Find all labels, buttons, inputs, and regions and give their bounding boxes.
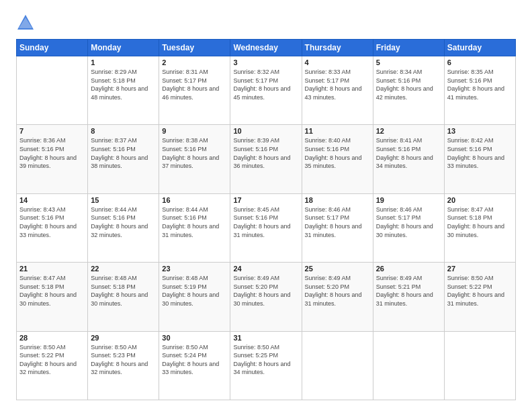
calendar-cell [373,331,444,400]
calendar-cell: 29Sunrise: 8:50 AMSunset: 5:23 PMDayligh… [88,331,159,400]
calendar-cell: 19Sunrise: 8:46 AMSunset: 5:17 PMDayligh… [373,193,444,262]
day-info: Sunrise: 8:47 AMSunset: 5:18 PMDaylight:… [19,274,85,308]
day-number: 29 [91,334,156,342]
calendar-cell [302,331,373,400]
calendar-header-wednesday: Wednesday [230,40,302,56]
calendar-cell: 25Sunrise: 8:49 AMSunset: 5:20 PMDayligh… [302,263,373,331]
calendar-cell: 15Sunrise: 8:44 AMSunset: 5:16 PMDayligh… [88,193,159,262]
day-number: 13 [447,127,513,135]
day-info: Sunrise: 8:37 AMSunset: 5:16 PMDaylight:… [91,136,156,170]
day-number: 14 [19,196,85,204]
calendar-header-saturday: Saturday [444,40,515,56]
calendar-cell: 21Sunrise: 8:47 AMSunset: 5:18 PMDayligh… [17,263,88,331]
day-info: Sunrise: 8:50 AMSunset: 5:22 PMDaylight:… [447,274,513,308]
day-number: 16 [162,196,227,204]
day-number: 24 [233,265,298,273]
day-number: 4 [305,58,370,66]
calendar-cell: 8Sunrise: 8:37 AMSunset: 5:16 PMDaylight… [88,125,159,193]
calendar-cell: 11Sunrise: 8:40 AMSunset: 5:16 PMDayligh… [302,125,373,193]
page: SundayMondayTuesdayWednesdayThursdayFrid… [0,0,532,411]
calendar-cell: 14Sunrise: 8:43 AMSunset: 5:16 PMDayligh… [17,193,88,262]
day-info: Sunrise: 8:50 AMSunset: 5:25 PMDaylight:… [233,343,298,377]
calendar-cell: 1Sunrise: 8:29 AMSunset: 5:18 PMDaylight… [88,56,159,125]
day-info: Sunrise: 8:32 AMSunset: 5:17 PMDaylight:… [233,68,298,101]
day-number: 25 [305,265,370,273]
day-number: 27 [447,265,513,273]
calendar-cell: 22Sunrise: 8:48 AMSunset: 5:18 PMDayligh… [88,263,159,331]
calendar-cell: 2Sunrise: 8:31 AMSunset: 5:17 PMDaylight… [159,56,230,125]
day-info: Sunrise: 8:35 AMSunset: 5:16 PMDaylight:… [447,68,513,101]
day-number: 9 [162,127,227,135]
calendar-header-sunday: Sunday [17,40,88,56]
day-number: 1 [91,58,156,66]
logo [16,13,38,32]
day-info: Sunrise: 8:50 AMSunset: 5:23 PMDaylight:… [91,343,156,377]
day-number: 8 [91,127,156,135]
day-info: Sunrise: 8:48 AMSunset: 5:19 PMDaylight:… [162,274,227,308]
day-number: 30 [162,334,227,342]
day-number: 28 [19,334,85,342]
day-info: Sunrise: 8:50 AMSunset: 5:22 PMDaylight:… [19,343,85,377]
day-info: Sunrise: 8:36 AMSunset: 5:16 PMDaylight:… [19,136,85,170]
calendar-cell: 13Sunrise: 8:42 AMSunset: 5:16 PMDayligh… [444,125,515,193]
day-info: Sunrise: 8:29 AMSunset: 5:18 PMDaylight:… [91,68,156,101]
day-number: 11 [305,127,370,135]
day-info: Sunrise: 8:46 AMSunset: 5:17 PMDaylight:… [305,205,370,239]
calendar-cell: 12Sunrise: 8:41 AMSunset: 5:16 PMDayligh… [373,125,444,193]
calendar-week-3: 14Sunrise: 8:43 AMSunset: 5:16 PMDayligh… [17,193,516,262]
day-number: 6 [447,58,513,66]
day-info: Sunrise: 8:42 AMSunset: 5:16 PMDaylight:… [447,136,513,170]
calendar-cell: 9Sunrise: 8:38 AMSunset: 5:16 PMDaylight… [159,125,230,193]
day-info: Sunrise: 8:33 AMSunset: 5:17 PMDaylight:… [305,68,370,101]
calendar-cell: 17Sunrise: 8:45 AMSunset: 5:16 PMDayligh… [230,193,302,262]
calendar-cell: 23Sunrise: 8:48 AMSunset: 5:19 PMDayligh… [159,263,230,331]
day-number: 19 [376,196,441,204]
day-info: Sunrise: 8:44 AMSunset: 5:16 PMDaylight:… [91,205,156,239]
calendar-week-1: 1Sunrise: 8:29 AMSunset: 5:18 PMDaylight… [17,56,516,125]
calendar-cell: 26Sunrise: 8:49 AMSunset: 5:21 PMDayligh… [373,263,444,331]
day-info: Sunrise: 8:41 AMSunset: 5:16 PMDaylight:… [376,136,441,170]
calendar-week-2: 7Sunrise: 8:36 AMSunset: 5:16 PMDaylight… [17,125,516,193]
day-info: Sunrise: 8:31 AMSunset: 5:17 PMDaylight:… [162,68,227,101]
calendar-week-4: 21Sunrise: 8:47 AMSunset: 5:18 PMDayligh… [17,263,516,331]
calendar-cell: 24Sunrise: 8:49 AMSunset: 5:20 PMDayligh… [230,263,302,331]
day-info: Sunrise: 8:49 AMSunset: 5:21 PMDaylight:… [376,274,441,308]
day-number: 21 [19,265,85,273]
calendar-header-friday: Friday [373,40,444,56]
day-number: 22 [91,265,156,273]
calendar-cell: 10Sunrise: 8:39 AMSunset: 5:16 PMDayligh… [230,125,302,193]
day-number: 17 [233,196,298,204]
calendar-cell: 28Sunrise: 8:50 AMSunset: 5:22 PMDayligh… [17,331,88,400]
day-number: 31 [233,334,298,342]
day-number: 20 [447,196,513,204]
header [16,13,516,32]
calendar-cell: 3Sunrise: 8:32 AMSunset: 5:17 PMDaylight… [230,56,302,125]
day-info: Sunrise: 8:38 AMSunset: 5:16 PMDaylight:… [162,136,227,170]
calendar-cell: 20Sunrise: 8:47 AMSunset: 5:18 PMDayligh… [444,193,515,262]
day-number: 5 [376,58,441,66]
logo-icon [16,13,35,32]
calendar-cell: 16Sunrise: 8:44 AMSunset: 5:16 PMDayligh… [159,193,230,262]
day-info: Sunrise: 8:40 AMSunset: 5:16 PMDaylight:… [305,136,370,170]
calendar-cell: 4Sunrise: 8:33 AMSunset: 5:17 PMDaylight… [302,56,373,125]
day-info: Sunrise: 8:47 AMSunset: 5:18 PMDaylight:… [447,205,513,239]
day-info: Sunrise: 8:49 AMSunset: 5:20 PMDaylight:… [305,274,370,308]
calendar-table: SundayMondayTuesdayWednesdayThursdayFrid… [16,39,516,400]
day-info: Sunrise: 8:39 AMSunset: 5:16 PMDaylight:… [233,136,298,170]
day-info: Sunrise: 8:43 AMSunset: 5:16 PMDaylight:… [19,205,85,239]
calendar-cell [444,331,515,400]
day-number: 23 [162,265,227,273]
day-info: Sunrise: 8:45 AMSunset: 5:16 PMDaylight:… [233,205,298,239]
calendar-cell [17,56,88,125]
calendar-header-row: SundayMondayTuesdayWednesdayThursdayFrid… [17,40,516,56]
day-info: Sunrise: 8:50 AMSunset: 5:24 PMDaylight:… [162,343,227,377]
calendar-cell: 5Sunrise: 8:34 AMSunset: 5:16 PMDaylight… [373,56,444,125]
calendar-week-5: 28Sunrise: 8:50 AMSunset: 5:22 PMDayligh… [17,331,516,400]
day-number: 12 [376,127,441,135]
calendar-cell: 31Sunrise: 8:50 AMSunset: 5:25 PMDayligh… [230,331,302,400]
day-number: 26 [376,265,441,273]
calendar-cell: 6Sunrise: 8:35 AMSunset: 5:16 PMDaylight… [444,56,515,125]
day-number: 15 [91,196,156,204]
day-number: 18 [305,196,370,204]
day-info: Sunrise: 8:44 AMSunset: 5:16 PMDaylight:… [162,205,227,239]
